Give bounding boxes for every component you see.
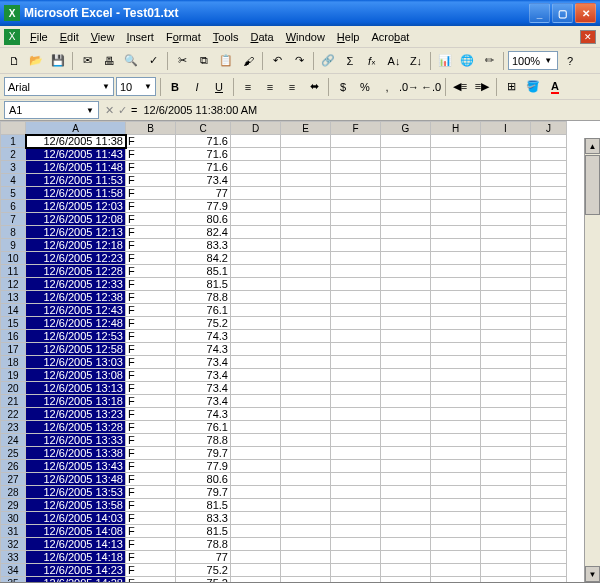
cell-H11[interactable] bbox=[431, 265, 481, 278]
fill-color-icon[interactable]: 🪣 bbox=[523, 77, 543, 97]
cell-I3[interactable] bbox=[481, 161, 531, 174]
cell-C14[interactable]: 76.1 bbox=[176, 304, 231, 317]
help-icon[interactable]: ? bbox=[560, 51, 580, 71]
row-header-5[interactable]: 5 bbox=[1, 187, 26, 200]
cell-H23[interactable] bbox=[431, 421, 481, 434]
cell-J30[interactable] bbox=[531, 512, 567, 525]
cell-E14[interactable] bbox=[281, 304, 331, 317]
cell-A3[interactable]: 12/6/2005 11:48 bbox=[26, 161, 126, 174]
cell-I21[interactable] bbox=[481, 395, 531, 408]
cell-H33[interactable] bbox=[431, 551, 481, 564]
cell-C33[interactable]: 77 bbox=[176, 551, 231, 564]
minimize-button[interactable]: _ bbox=[529, 3, 550, 23]
cell-I6[interactable] bbox=[481, 200, 531, 213]
cell-G27[interactable] bbox=[381, 473, 431, 486]
scroll-thumb[interactable] bbox=[585, 155, 600, 215]
cell-A15[interactable]: 12/6/2005 12:48 bbox=[26, 317, 126, 330]
cell-F4[interactable] bbox=[331, 174, 381, 187]
cell-C11[interactable]: 85.1 bbox=[176, 265, 231, 278]
menu-insert[interactable]: Insert bbox=[120, 29, 160, 45]
menu-edit[interactable]: Edit bbox=[54, 29, 85, 45]
cell-J23[interactable] bbox=[531, 421, 567, 434]
table-row[interactable]: 2512/6/2005 13:38F79.7 bbox=[1, 447, 567, 460]
cell-C17[interactable]: 74.3 bbox=[176, 343, 231, 356]
row-header-22[interactable]: 22 bbox=[1, 408, 26, 421]
cell-A30[interactable]: 12/6/2005 14:03 bbox=[26, 512, 126, 525]
table-row[interactable]: 912/6/2005 12:18F83.3 bbox=[1, 239, 567, 252]
menu-data[interactable]: Data bbox=[244, 29, 279, 45]
cell-C15[interactable]: 75.2 bbox=[176, 317, 231, 330]
undo-icon[interactable]: ↶ bbox=[267, 51, 287, 71]
cell-J21[interactable] bbox=[531, 395, 567, 408]
drawing-icon[interactable]: ✏ bbox=[479, 51, 499, 71]
cell-B16[interactable]: F bbox=[126, 330, 176, 343]
cell-E31[interactable] bbox=[281, 525, 331, 538]
row-header-33[interactable]: 33 bbox=[1, 551, 26, 564]
cell-B17[interactable]: F bbox=[126, 343, 176, 356]
row-header-16[interactable]: 16 bbox=[1, 330, 26, 343]
column-header-I[interactable]: I bbox=[481, 122, 531, 135]
cell-J26[interactable] bbox=[531, 460, 567, 473]
row-header-1[interactable]: 1 bbox=[1, 135, 26, 148]
cell-I29[interactable] bbox=[481, 499, 531, 512]
cell-G14[interactable] bbox=[381, 304, 431, 317]
cell-A28[interactable]: 12/6/2005 13:53 bbox=[26, 486, 126, 499]
cell-H3[interactable] bbox=[431, 161, 481, 174]
table-row[interactable]: 1612/6/2005 12:53F74.3 bbox=[1, 330, 567, 343]
table-row[interactable]: 3012/6/2005 14:03F83.3 bbox=[1, 512, 567, 525]
cell-H24[interactable] bbox=[431, 434, 481, 447]
maximize-button[interactable]: ▢ bbox=[552, 3, 573, 23]
cell-F3[interactable] bbox=[331, 161, 381, 174]
cell-F28[interactable] bbox=[331, 486, 381, 499]
cell-J35[interactable] bbox=[531, 577, 567, 583]
cell-F23[interactable] bbox=[331, 421, 381, 434]
cell-D25[interactable] bbox=[231, 447, 281, 460]
cell-I19[interactable] bbox=[481, 369, 531, 382]
row-header-12[interactable]: 12 bbox=[1, 278, 26, 291]
cell-E35[interactable] bbox=[281, 577, 331, 583]
cell-J16[interactable] bbox=[531, 330, 567, 343]
cell-H26[interactable] bbox=[431, 460, 481, 473]
cell-A34[interactable]: 12/6/2005 14:23 bbox=[26, 564, 126, 577]
row-header-30[interactable]: 30 bbox=[1, 512, 26, 525]
cell-I31[interactable] bbox=[481, 525, 531, 538]
column-header-J[interactable]: J bbox=[531, 122, 567, 135]
cell-J25[interactable] bbox=[531, 447, 567, 460]
cell-F24[interactable] bbox=[331, 434, 381, 447]
cell-E29[interactable] bbox=[281, 499, 331, 512]
cell-A11[interactable]: 12/6/2005 12:28 bbox=[26, 265, 126, 278]
cell-I30[interactable] bbox=[481, 512, 531, 525]
vertical-scrollbar[interactable]: ▲ ▼ bbox=[584, 138, 600, 582]
cell-C9[interactable]: 83.3 bbox=[176, 239, 231, 252]
cell-A12[interactable]: 12/6/2005 12:33 bbox=[26, 278, 126, 291]
cell-J20[interactable] bbox=[531, 382, 567, 395]
cell-F14[interactable] bbox=[331, 304, 381, 317]
table-row[interactable]: 1512/6/2005 12:48F75.2 bbox=[1, 317, 567, 330]
cell-H5[interactable] bbox=[431, 187, 481, 200]
mdi-close-button[interactable]: ✕ bbox=[580, 30, 596, 44]
cell-B32[interactable]: F bbox=[126, 538, 176, 551]
cell-B31[interactable]: F bbox=[126, 525, 176, 538]
row-header-20[interactable]: 20 bbox=[1, 382, 26, 395]
print-icon[interactable]: 🖶 bbox=[99, 51, 119, 71]
cell-D4[interactable] bbox=[231, 174, 281, 187]
cell-H21[interactable] bbox=[431, 395, 481, 408]
cell-I18[interactable] bbox=[481, 356, 531, 369]
cell-B5[interactable]: F bbox=[126, 187, 176, 200]
cell-B15[interactable]: F bbox=[126, 317, 176, 330]
copy-icon[interactable]: ⧉ bbox=[194, 51, 214, 71]
cell-J18[interactable] bbox=[531, 356, 567, 369]
cell-J10[interactable] bbox=[531, 252, 567, 265]
sort-desc-icon[interactable]: Z↓ bbox=[406, 51, 426, 71]
cell-J4[interactable] bbox=[531, 174, 567, 187]
cell-E34[interactable] bbox=[281, 564, 331, 577]
row-header-29[interactable]: 29 bbox=[1, 499, 26, 512]
cell-C26[interactable]: 77.9 bbox=[176, 460, 231, 473]
cell-F8[interactable] bbox=[331, 226, 381, 239]
cell-G12[interactable] bbox=[381, 278, 431, 291]
cell-J3[interactable] bbox=[531, 161, 567, 174]
cell-F13[interactable] bbox=[331, 291, 381, 304]
cell-D23[interactable] bbox=[231, 421, 281, 434]
cell-H18[interactable] bbox=[431, 356, 481, 369]
table-row[interactable]: 2012/6/2005 13:13F73.4 bbox=[1, 382, 567, 395]
